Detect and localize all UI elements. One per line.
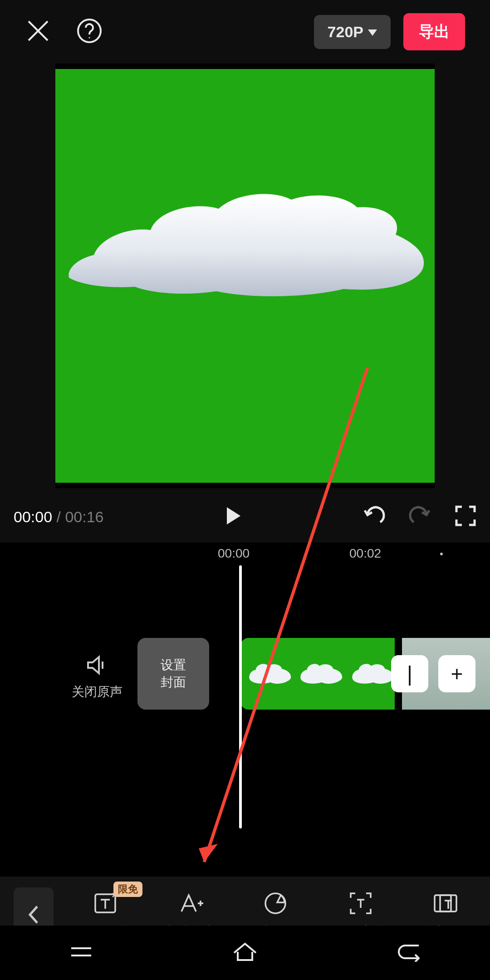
cover-label-2: 封面: [161, 674, 186, 691]
home-button[interactable]: [231, 941, 259, 965]
clip-1[interactable]: [240, 638, 395, 710]
text-add-icon: [177, 890, 204, 917]
export-label: 导出: [419, 23, 450, 40]
system-nav-bar: [0, 926, 490, 980]
video-preview[interactable]: [55, 64, 435, 488]
mute-label: 关闭原声: [72, 683, 122, 701]
ruler-mark: 00:02: [349, 546, 381, 561]
undo-button[interactable]: [362, 504, 386, 529]
preview-frame: [55, 69, 435, 483]
transition-button[interactable]: |: [391, 655, 428, 692]
cloud-thumb-icon: [300, 660, 343, 687]
sticker-icon: [262, 890, 289, 917]
template-icon: [432, 890, 459, 917]
resolution-button[interactable]: 720P: [314, 15, 391, 49]
speaker-icon: [84, 652, 110, 678]
ruler-dot: [440, 553, 443, 555]
close-icon[interactable]: [25, 18, 51, 46]
timeline-ruler[interactable]: 00:00 00:02: [0, 543, 490, 565]
menu-button[interactable]: [69, 943, 94, 963]
playback-bar: 00:00 / 00:16: [0, 496, 490, 537]
play-button[interactable]: [221, 505, 244, 529]
fullscreen-button[interactable]: [455, 505, 476, 529]
svg-point-0: [78, 20, 101, 42]
ruler-mark: 00:00: [218, 546, 250, 561]
top-bar: 720P 导出: [0, 0, 490, 64]
total-time: 00:16: [65, 508, 103, 525]
export-button[interactable]: 导出: [403, 13, 465, 50]
set-cover-button[interactable]: 设置 封面: [137, 638, 209, 710]
current-time: 00:00: [14, 508, 52, 525]
time-separator: /: [52, 508, 65, 525]
cloud-thumb-icon: [249, 660, 292, 687]
time-display: 00:00 / 00:16: [14, 508, 104, 526]
scan-text-icon: [347, 890, 374, 917]
cloud-graphic: [67, 191, 425, 309]
redo-button: [408, 504, 432, 529]
timeline-area[interactable]: 关闭原声 设置 封面 | +: [0, 565, 490, 877]
chevron-down-icon: [368, 29, 377, 36]
mute-audio-button[interactable]: 关闭原声: [72, 652, 122, 701]
back-nav-button[interactable]: [396, 942, 421, 964]
free-badge: 限免: [113, 882, 142, 897]
add-clip-button[interactable]: +: [438, 655, 475, 692]
cloud-thumb-icon: [352, 660, 395, 687]
cover-label-1: 设置: [161, 657, 186, 674]
svg-point-1: [89, 37, 90, 39]
help-icon[interactable]: [76, 18, 103, 46]
playhead[interactable]: [239, 565, 242, 828]
resolution-label: 720P: [328, 23, 363, 41]
